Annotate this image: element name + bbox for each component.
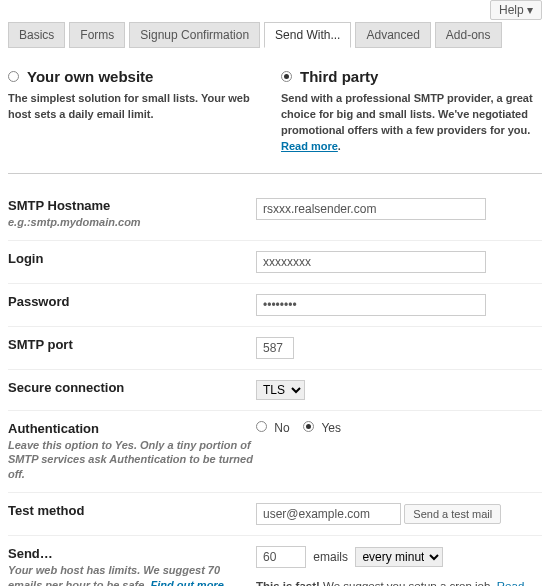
send-fast-strong: This is fast! [256,580,320,586]
authentication-label: Authentication Leave this option to Yes.… [8,421,256,483]
divider [8,173,542,174]
smtp-port-label: SMTP port [8,337,256,352]
method-third-desc-text: Send with a professional SMTP provider, … [281,92,533,136]
tab-signup-confirmation[interactable]: Signup Confirmation [129,22,260,48]
auth-yes-label: Yes [321,421,341,435]
send-fast-text: We suggest you setup a cron job. [320,580,497,586]
send-test-mail-button[interactable]: Send a test mail [404,504,501,524]
auth-no-label: No [274,421,289,435]
send-fast-note: This is fast! We suggest you setup a cro… [256,578,542,586]
password-label: Password [8,294,256,309]
tab-forms[interactable]: Forms [69,22,125,48]
send-label: Send… Your web host has limits. We sugge… [8,546,256,586]
send-find-out-more-link[interactable]: Find out more [150,579,223,586]
tab-add-ons[interactable]: Add-ons [435,22,502,48]
smtp-hostname-hint: e.g.:smtp.mydomain.com [8,215,256,230]
method-third-title: Third party [300,68,378,85]
method-own-desc: The simplest solution for small lists. Y… [8,91,269,123]
method-own-title: Your own website [27,68,153,85]
authentication-label-text: Authentication [8,421,99,436]
tabs: Basics Forms Signup Confirmation Send Wi… [8,22,542,48]
send-quantity-input[interactable] [256,546,306,568]
radio-third-party[interactable] [281,71,292,82]
method-third-desc: Send with a professional SMTP provider, … [281,91,542,155]
authentication-hint: Leave this option to Yes. Only a tiny po… [8,438,256,483]
password-input[interactable] [256,294,486,316]
send-hint-dot: . [224,579,227,586]
method-third-read-more-link[interactable]: Read more [281,140,338,152]
send-interval-select[interactable]: every minute [355,547,443,567]
radio-own-website[interactable] [8,71,19,82]
test-email-input[interactable] [256,503,401,525]
auth-no-radio[interactable] [256,421,267,432]
help-button[interactable]: Help ▾ [490,0,542,20]
smtp-hostname-label: SMTP Hostname e.g.:smtp.mydomain.com [8,198,256,230]
tab-send-with[interactable]: Send With... [264,22,351,48]
smtp-port-input[interactable] [256,337,294,359]
send-hint: Your web host has limits. We suggest 70 … [8,563,256,586]
secure-connection-label: Secure connection [8,380,256,395]
tab-advanced[interactable]: Advanced [355,22,430,48]
tab-basics[interactable]: Basics [8,22,65,48]
method-third-desc-dot: . [338,140,341,152]
auth-yes-radio[interactable] [303,421,314,432]
secure-connection-select[interactable]: TLS [256,380,305,400]
send-label-text: Send… [8,546,53,561]
smtp-hostname-label-text: SMTP Hostname [8,198,110,213]
send-emails-word: emails [313,550,348,564]
smtp-hostname-input[interactable] [256,198,486,220]
login-label: Login [8,251,256,266]
test-method-label: Test method [8,503,256,518]
login-input[interactable] [256,251,486,273]
